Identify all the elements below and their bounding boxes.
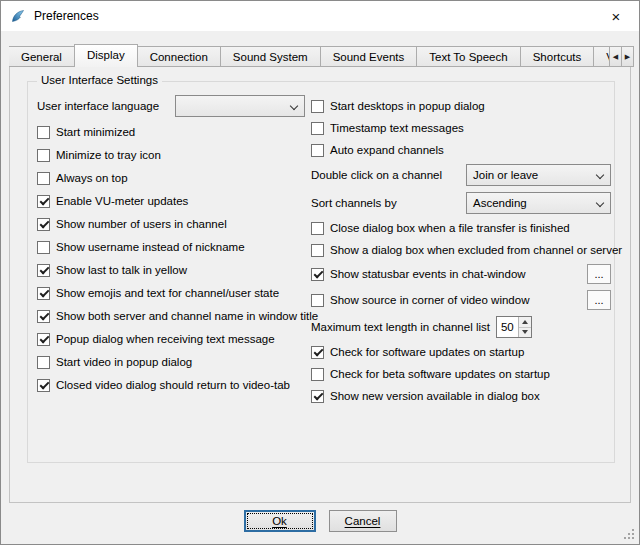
tab-scroll: ◀ ▶: [610, 46, 634, 67]
left-arrow-icon: ◀: [613, 53, 618, 61]
tab[interactable]: Sound Events: [320, 46, 418, 67]
close-button[interactable]: ×: [593, 1, 639, 31]
tab-label: General: [21, 51, 62, 63]
close-icon: ×: [612, 9, 621, 24]
window-title: Preferences: [34, 9, 99, 23]
footer: Ok Cancel: [1, 510, 639, 532]
tab-scroll-right-button[interactable]: ▶: [621, 46, 634, 67]
tab-label: Shortcuts: [533, 51, 582, 63]
tab[interactable]: Text To Speech: [416, 46, 520, 67]
tab[interactable]: Video: [593, 46, 609, 67]
tab-pane: [9, 66, 631, 503]
tab[interactable]: Display: [74, 44, 138, 67]
tab-label: Sound Events: [333, 51, 405, 63]
tab[interactable]: Connection: [137, 46, 221, 67]
tab[interactable]: Sound System: [220, 46, 321, 67]
app-icon: [10, 8, 26, 24]
titlebar: Preferences ×: [1, 1, 639, 31]
tab-label: Text To Speech: [429, 51, 507, 63]
tab-label: Display: [87, 49, 125, 61]
tab[interactable]: Shortcuts: [520, 46, 595, 67]
ok-button[interactable]: Ok: [244, 510, 316, 532]
preferences-dialog: Preferences × General Display Connection…: [0, 0, 640, 545]
tab-bar: General Display Connection Sound System …: [9, 44, 609, 67]
tab-label: Connection: [150, 51, 208, 63]
tab[interactable]: General: [9, 46, 75, 67]
tab-label: Sound System: [233, 51, 308, 63]
resize-grip-icon[interactable]: [624, 529, 635, 540]
cancel-button[interactable]: Cancel: [329, 510, 397, 532]
right-arrow-icon: ▶: [625, 53, 630, 61]
